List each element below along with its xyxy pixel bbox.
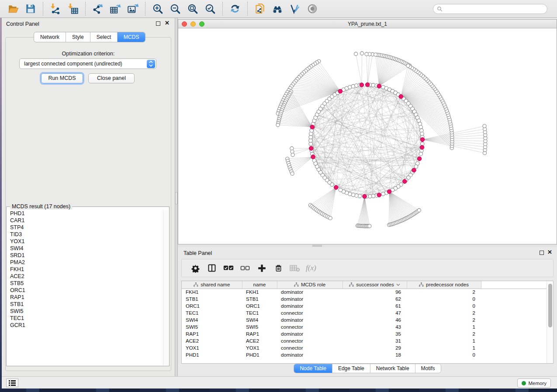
table-row[interactable]: TEC1TEC1connector472 (182, 309, 547, 316)
tab-select[interactable]: Select (90, 32, 118, 42)
add-column-icon[interactable] (255, 262, 268, 274)
float-panel-icon[interactable] (156, 21, 160, 26)
import-table-icon[interactable] (66, 2, 80, 15)
main-toolbar (0, 0, 557, 18)
task-history-button[interactable] (6, 378, 18, 387)
list-item[interactable]: GCR1 (7, 322, 163, 329)
export-table-icon[interactable] (109, 2, 122, 15)
table-row[interactable]: ORC1ORC1dominator610 (182, 303, 547, 309)
share-document-icon[interactable] (253, 2, 266, 15)
table-scrollbar-thumb[interactable] (548, 284, 552, 327)
function-builder-icon[interactable]: f(x) (306, 264, 316, 272)
tab-mcds[interactable]: MCDS (118, 32, 145, 42)
vertical-splitter-handle[interactable] (175, 192, 177, 204)
export-network-icon[interactable] (91, 2, 104, 15)
import-network-icon[interactable] (49, 2, 62, 15)
table-row[interactable]: STB1STB1dominator620 (182, 296, 547, 303)
list-item[interactable]: PMA2 (7, 259, 163, 266)
table-row[interactable]: SWI5SWI5connector431 (182, 323, 547, 330)
memory-button[interactable]: Memory (517, 378, 551, 388)
save-session-icon[interactable] (24, 2, 37, 15)
close-mcds-panel-button[interactable]: Close panel (88, 73, 135, 83)
table-row[interactable]: PHD1PHD1dominator180 (182, 351, 547, 358)
hide-preview-icon[interactable] (306, 2, 319, 15)
zoom-fit-icon[interactable] (186, 2, 199, 15)
network-canvas[interactable] (178, 28, 557, 244)
table-row[interactable]: YOX1YOX1connector291 (182, 344, 547, 351)
network-window-titlebar[interactable]: YPA_prune.txt_1 (178, 20, 557, 28)
tab-style[interactable]: Style (66, 32, 90, 42)
deselect-all-checkboxes-icon[interactable] (239, 262, 252, 274)
list-item[interactable]: SWI5 (7, 308, 163, 315)
float-panel-icon[interactable] (540, 251, 544, 255)
dropdown-stepper-icon (147, 60, 155, 68)
list-item[interactable]: ORC1 (7, 287, 163, 294)
toolbar-separator (222, 2, 223, 16)
tab-motifs[interactable]: Motifs (415, 364, 441, 373)
list-icon (9, 380, 16, 386)
table-row[interactable]: ACE2ACE2connector311 (182, 337, 547, 344)
mcds-result-group: MCDS result (17 nodes) PHD1CAR1STP4TID3Y… (6, 206, 170, 366)
list-item[interactable]: FKH1 (7, 266, 163, 273)
close-panel-icon[interactable]: ✕ (165, 20, 170, 26)
style-preview-icon[interactable] (288, 2, 301, 15)
list-item[interactable]: STB5 (7, 280, 163, 287)
tab-network[interactable]: Network (34, 32, 66, 42)
desktop-wallpaper-bottom (0, 389, 557, 392)
column-header-mcds-role[interactable]: MCDS role (277, 281, 343, 289)
criterion-dropdown[interactable]: largest connected component (undirected) (19, 58, 156, 69)
list-item[interactable]: TEC1 (7, 315, 163, 322)
toolbar-separator (43, 2, 43, 16)
list-item[interactable]: ACE2 (7, 273, 163, 280)
table-tabs: Node Table Edge Table Network Table Moti… (178, 364, 557, 373)
column-type-icon (194, 282, 198, 287)
run-mcds-button[interactable]: Run MCDS (41, 73, 83, 83)
close-panel-icon[interactable]: ✕ (547, 249, 552, 255)
search-input[interactable] (445, 6, 543, 12)
mcds-result-list: PHD1CAR1STP4TID3YOX1SWI4SRD1PMA2FKH1ACE2… (7, 210, 163, 365)
list-item[interactable]: STP4 (7, 224, 163, 231)
tab-network-table[interactable]: Network Table (370, 364, 415, 373)
control-panel: Control Panel ✕ Network Style Select MCD… (2, 18, 175, 376)
list-item[interactable]: PHD1 (7, 210, 163, 217)
column-header-shared-name[interactable]: shared name (182, 281, 242, 289)
select-all-checkboxes-icon[interactable] (222, 262, 235, 274)
export-image-icon[interactable] (126, 2, 139, 15)
table-toolbar: f(x) (181, 259, 554, 277)
table-row[interactable]: FKH1FKH1dominator962 (182, 289, 547, 296)
open-file-icon[interactable] (7, 2, 20, 15)
table-row[interactable]: SWI4SWI4dominator462 (182, 316, 547, 323)
list-item[interactable]: RAP1 (7, 294, 163, 301)
mcds-list-scrollbar[interactable] (163, 210, 169, 365)
zoom-in-icon[interactable] (151, 2, 164, 15)
network-graph (178, 28, 557, 244)
search-network-icon[interactable] (271, 2, 284, 15)
list-item[interactable]: YOX1 (7, 238, 163, 245)
list-item[interactable]: SRD1 (7, 252, 163, 259)
horizontal-splitter-handle[interactable] (312, 245, 322, 247)
list-item[interactable]: TID3 (7, 231, 163, 238)
show-columns-icon[interactable] (205, 262, 218, 274)
delete-table-icon[interactable] (288, 262, 301, 274)
search-icon (437, 6, 443, 12)
zoom-out-icon[interactable] (169, 2, 182, 15)
global-search-field[interactable] (433, 4, 547, 14)
cytoscape-window: Control Panel ✕ Network Style Select MCD… (0, 0, 557, 392)
vertical-splitter[interactable] (175, 18, 178, 376)
table-scrollbar[interactable] (547, 281, 553, 363)
table-row[interactable]: RAP1RAP1dominator352 (182, 330, 547, 337)
apply-layout-icon[interactable] (228, 2, 242, 15)
list-item[interactable]: SWI4 (7, 245, 163, 252)
mcds-result-title: MCDS result (17 nodes) (10, 203, 72, 210)
list-item[interactable]: STB1 (7, 301, 163, 308)
tab-node-table[interactable]: Node Table (294, 364, 332, 373)
column-header-successor-nodes[interactable]: successor nodes (343, 281, 407, 289)
list-item[interactable]: CAR1 (7, 217, 163, 224)
settings-gear-icon[interactable] (189, 262, 202, 274)
tab-edge-table[interactable]: Edge Table (332, 364, 370, 373)
zoom-selected-icon[interactable] (204, 2, 217, 15)
column-header-predecessor-nodes[interactable]: predecessor nodes (407, 281, 481, 289)
toolbar-separator (145, 2, 145, 16)
column-header-name[interactable]: name (242, 281, 277, 289)
delete-column-icon[interactable] (272, 262, 285, 274)
